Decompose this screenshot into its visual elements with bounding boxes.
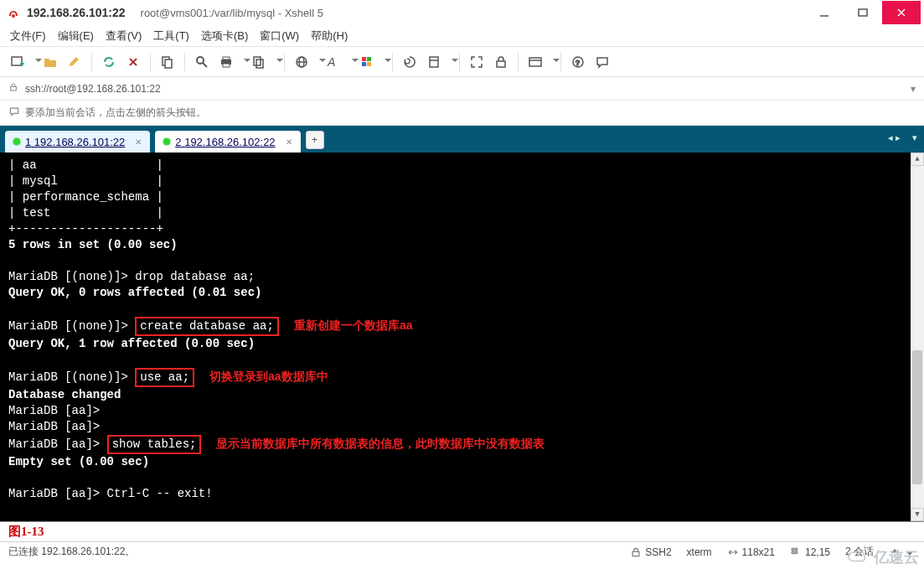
menu-bar: 文件(F) 编辑(E) 查看(V) 工具(T) 选项卡(B) 窗口(W) 帮助(… [0,25,924,47]
lock-icon [8,82,18,95]
svg-point-0 [12,14,15,18]
svg-rect-36 [792,551,793,553]
tab-nav-icon[interactable]: ◂ ▸ [888,132,901,143]
svg-rect-33 [632,551,639,556]
status-protocol: SSH2 [645,546,671,558]
bookmark-button[interactable] [423,50,453,74]
annotation-show: 显示当前数据库中所有数据表的信息，此时数据库中没有数据表 [216,437,545,450]
highlight-use: use aa; [135,368,194,387]
swirl-button[interactable] [399,50,421,74]
hint-add-icon[interactable] [8,106,20,120]
svg-rect-21 [362,57,366,61]
close-button[interactable] [882,1,921,24]
terminal-output[interactable]: | aa | | mysql | | performance_schema | … [0,153,924,521]
hint-bar: 要添加当前会话，点击左侧的箭头按钮。 [0,101,924,126]
find-button[interactable] [191,50,213,74]
title-path: root@vms001:/var/lib/mysql - Xshell 5 [141,7,323,19]
annotation-use: 切换登录到aa数据库中 [209,370,328,383]
size-icon [727,546,739,558]
svg-line-11 [203,63,207,67]
svg-rect-24 [367,62,371,66]
cursor-icon [790,546,802,558]
address-bar: ssh://root@192.168.26.101:22 ▾ [0,77,924,101]
font-button[interactable]: A [323,50,354,74]
menu-view[interactable]: 查看(V) [106,28,142,44]
lock-icon [630,546,642,558]
tab-close-icon[interactable]: ✕ [286,137,292,147]
address-url[interactable]: ssh://root@192.168.26.101:22 [25,83,161,95]
svg-rect-15 [254,57,261,65]
properties-button[interactable] [157,50,178,74]
terminal-scrollbar[interactable]: ▲ ▼ [911,153,924,521]
scroll-down-icon[interactable]: ▼ [911,508,924,521]
status-dot-icon [163,138,170,145]
address-dropdown-icon[interactable]: ▾ [911,83,916,95]
title-host: 192.168.26.101:22 [27,6,126,19]
svg-rect-9 [165,59,172,68]
svg-rect-34 [792,548,793,550]
reconnect-button[interactable] [98,50,120,74]
open-button[interactable] [39,50,61,74]
svg-rect-35 [795,548,797,550]
scroll-up-icon[interactable]: ▲ [911,153,924,166]
menu-tools[interactable]: 工具(T) [153,28,189,44]
new-tab-button[interactable]: + [306,131,324,149]
language-button[interactable] [291,50,321,74]
svg-text:?: ? [576,59,580,67]
help-button[interactable]: ? [567,50,589,74]
svg-rect-16 [256,59,263,68]
status-pos: 12,15 [805,546,830,558]
svg-rect-23 [362,62,366,66]
menu-help[interactable]: 帮助(H) [311,28,348,44]
svg-text:A: A [327,55,335,69]
svg-rect-2 [859,9,867,16]
status-size: 118x21 [742,546,775,558]
menu-edit[interactable]: 编辑(E) [58,28,94,44]
svg-rect-32 [11,86,17,91]
status-connection: 已连接 192.168.26.101:22。 [8,545,615,559]
toolbar: A ? [0,47,924,77]
status-term: xterm [687,546,712,558]
copy-button[interactable] [248,50,278,74]
scroll-thumb[interactable] [912,350,922,484]
color-button[interactable] [356,50,386,74]
status-bar: 已连接 192.168.26.101:22。 SSH2 xterm 118x21… [0,541,924,561]
minimize-button[interactable] [805,1,844,24]
layout-button[interactable] [524,50,555,74]
svg-rect-25 [430,57,438,67]
svg-rect-28 [529,58,541,66]
status-dot-icon [13,138,20,145]
menu-window[interactable]: 窗口(W) [260,28,299,44]
menu-tabs[interactable]: 选项卡(B) [201,28,248,44]
tab-bar: 1 192.168.26.101:22 ✕ 2 192.168.26.102:2… [0,126,924,153]
menu-file[interactable]: 文件(F) [10,28,46,44]
tab-close-icon[interactable]: ✕ [135,137,142,147]
new-session-button[interactable] [7,50,37,74]
svg-point-10 [197,57,204,64]
tab-menu-icon[interactable]: ▾ [912,132,917,143]
fullscreen-button[interactable] [466,50,488,74]
svg-rect-22 [367,57,371,61]
compose-button[interactable] [64,50,85,74]
title-bar: 192.168.26.101:22 root@vms001:/var/lib/m… [0,0,924,25]
session-tab-1[interactable]: 1 192.168.26.101:22 ✕ [5,131,150,153]
lock-button[interactable] [490,50,512,74]
print-button[interactable] [215,50,245,74]
highlight-create: create database aa; [135,317,279,336]
svg-rect-13 [223,57,230,59]
annotation-create: 重新创建一个数据库aa [294,318,413,332]
disconnect-button[interactable] [122,50,144,74]
watermark: 亿速云 [845,547,919,567]
session-tab-2[interactable]: 2 192.168.26.102:22 ✕ [155,131,300,153]
feedback-button[interactable] [591,50,613,74]
figure-label: 图1-13 [0,521,924,541]
highlight-show: show tables; [107,435,202,454]
app-icon [7,6,20,19]
maximize-button[interactable] [844,1,882,24]
hint-text: 要添加当前会话，点击左侧的箭头按钮。 [25,106,206,120]
svg-rect-14 [223,64,230,67]
svg-rect-27 [497,61,505,67]
svg-rect-37 [795,551,797,553]
